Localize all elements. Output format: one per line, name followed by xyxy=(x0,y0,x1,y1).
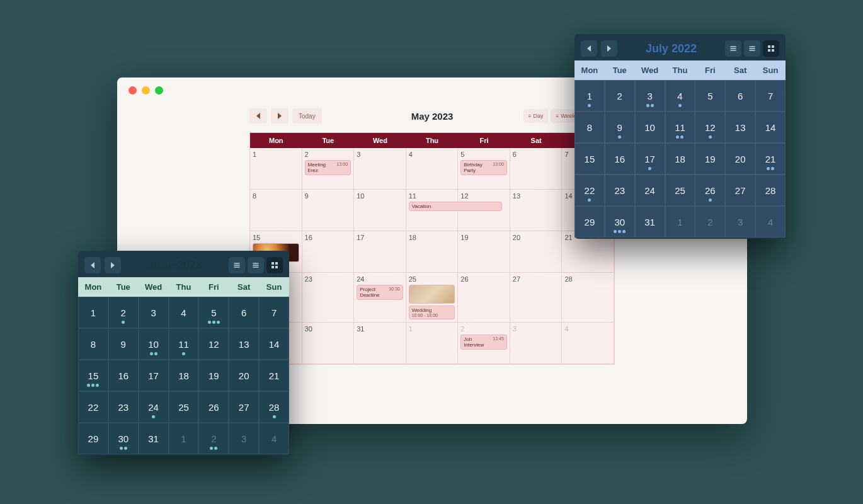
mini-cell[interactable]: 16 xyxy=(605,143,635,175)
mini-cell[interactable]: 18 xyxy=(169,360,199,391)
calendar-cell[interactable]: 30 xyxy=(302,323,355,364)
mini-cell[interactable]: 9 xyxy=(108,328,139,360)
mini-cell[interactable]: 1 xyxy=(169,423,199,454)
mini-cell[interactable]: 21 xyxy=(755,143,786,175)
mini-cell[interactable]: 30 xyxy=(605,206,635,238)
mini-cell[interactable]: 11 xyxy=(665,112,695,143)
mini-cell[interactable]: 25 xyxy=(169,391,199,423)
mini-cell[interactable]: 3 xyxy=(635,80,665,112)
mini-cell[interactable]: 4 xyxy=(169,297,199,328)
mini-cell[interactable]: 14 xyxy=(259,328,289,360)
mini-cell[interactable]: 19 xyxy=(198,360,229,391)
mini-cell[interactable]: 21 xyxy=(259,360,289,391)
today-button[interactable]: Today xyxy=(292,108,322,123)
mini-cell[interactable]: 31 xyxy=(635,206,665,238)
prev-month-button[interactable] xyxy=(581,40,597,57)
calendar-event[interactable]: Vacation xyxy=(409,202,502,211)
mini-cell[interactable]: 27 xyxy=(229,391,259,423)
month-view-button[interactable] xyxy=(763,40,779,57)
prev-month-button[interactable] xyxy=(249,108,267,123)
calendar-cell[interactable]: 2Job Interview13:45 xyxy=(458,323,510,364)
calendar-event[interactable]: Wedding10:00 - 18:00 xyxy=(409,306,455,319)
calendar-cell[interactable]: 13 xyxy=(510,190,563,231)
calendar-event[interactable]: Project Deadline10:30 xyxy=(357,285,403,300)
mini-cell[interactable]: 29 xyxy=(574,206,605,238)
mini-cell[interactable]: 27 xyxy=(725,175,755,206)
mini-cell[interactable]: 13 xyxy=(725,112,755,143)
calendar-cell[interactable]: 26 xyxy=(458,273,510,323)
calendar-cell[interactable]: 6 xyxy=(510,148,563,190)
mini-cell[interactable]: 30 xyxy=(108,423,139,454)
mini-cell[interactable]: 19 xyxy=(695,143,725,175)
mini-cell[interactable]: 15 xyxy=(78,360,108,391)
day-view-button[interactable] xyxy=(725,40,741,57)
calendar-event[interactable]: Meeting Erez13:00 xyxy=(305,160,351,175)
mini-cell[interactable]: 26 xyxy=(695,175,725,206)
calendar-cell[interactable]: 19 xyxy=(458,231,510,273)
mini-cell[interactable]: 2 xyxy=(695,206,725,238)
calendar-cell[interactable]: 1 xyxy=(406,323,459,364)
mini-cell[interactable]: 14 xyxy=(755,112,786,143)
mini-cell[interactable]: 1 xyxy=(665,206,695,238)
month-view-button[interactable] xyxy=(266,257,283,273)
calendar-cell[interactable]: 9 xyxy=(302,190,355,231)
mini-cell[interactable]: 9 xyxy=(605,112,635,143)
calendar-cell[interactable]: 16 xyxy=(302,231,355,273)
mini-cell[interactable]: 4 xyxy=(259,423,289,454)
mini-cell[interactable]: 3 xyxy=(725,206,755,238)
mini-cell[interactable]: 4 xyxy=(665,80,695,112)
mini-cell[interactable]: 12 xyxy=(695,112,725,143)
calendar-event[interactable]: Job Interview13:45 xyxy=(460,335,507,350)
next-month-button[interactable] xyxy=(601,40,617,57)
calendar-cell[interactable]: 24Project Deadline10:30 xyxy=(354,273,406,323)
mini-cell[interactable]: 17 xyxy=(139,360,169,391)
mini-cell[interactable]: 28 xyxy=(259,391,289,423)
calendar-cell[interactable]: 5Birthday Party13:00 xyxy=(458,148,510,190)
calendar-cell[interactable]: 31 xyxy=(354,323,406,364)
calendar-cell[interactable]: 8 xyxy=(250,190,302,231)
mini-cell[interactable]: 5 xyxy=(198,297,229,328)
prev-month-button[interactable] xyxy=(84,257,101,273)
calendar-cell[interactable]: 18 xyxy=(406,231,459,273)
mini-cell[interactable]: 11 xyxy=(169,328,199,360)
calendar-cell[interactable]: 4 xyxy=(562,323,614,364)
mini-cell[interactable]: 12 xyxy=(198,328,229,360)
calendar-cell[interactable]: 17 xyxy=(354,231,406,273)
week-view-button[interactable] xyxy=(248,257,264,273)
mini-cell[interactable]: 17 xyxy=(635,143,665,175)
mini-cell[interactable]: 22 xyxy=(574,175,605,206)
minimize-icon[interactable] xyxy=(142,86,150,94)
mini-cell[interactable]: 18 xyxy=(665,143,695,175)
mini-cell[interactable]: 6 xyxy=(229,297,259,328)
mini-cell[interactable]: 1 xyxy=(78,297,108,328)
mini-cell[interactable]: 23 xyxy=(605,175,635,206)
mini-cell[interactable]: 24 xyxy=(139,391,169,423)
mini-cell[interactable]: 20 xyxy=(229,360,259,391)
calendar-cell[interactable]: 25Wedding10:00 - 18:00 xyxy=(406,273,459,323)
mini-cell[interactable]: 10 xyxy=(635,112,665,143)
close-icon[interactable] xyxy=(129,86,137,94)
maximize-icon[interactable] xyxy=(155,86,163,94)
mini-cell[interactable]: 25 xyxy=(665,175,695,206)
mini-cell[interactable]: 3 xyxy=(229,423,259,454)
calendar-cell[interactable]: 1 xyxy=(250,148,302,190)
calendar-cell[interactable]: 28 xyxy=(562,273,614,323)
mini-cell[interactable]: 28 xyxy=(755,175,786,206)
mini-cell[interactable]: 5 xyxy=(695,80,725,112)
calendar-cell[interactable]: 3 xyxy=(510,323,563,364)
mini-cell[interactable]: 26 xyxy=(198,391,229,423)
event-image[interactable] xyxy=(409,285,455,304)
week-view-button[interactable] xyxy=(744,40,760,57)
mini-cell[interactable]: 31 xyxy=(139,423,169,454)
mini-cell[interactable]: 7 xyxy=(259,297,289,328)
calendar-cell[interactable]: 27 xyxy=(510,273,563,323)
mini-cell[interactable]: 8 xyxy=(78,328,108,360)
mini-cell[interactable]: 6 xyxy=(725,80,755,112)
calendar-cell[interactable]: 2Meeting Erez13:00 xyxy=(302,148,355,190)
next-month-button[interactable] xyxy=(271,108,289,123)
calendar-cell[interactable]: 11Vacation xyxy=(406,190,459,231)
calendar-cell[interactable]: 3 xyxy=(354,148,406,190)
next-month-button[interactable] xyxy=(105,257,121,273)
day-view-button[interactable] xyxy=(229,257,245,273)
calendar-cell[interactable]: 4 xyxy=(406,148,459,190)
